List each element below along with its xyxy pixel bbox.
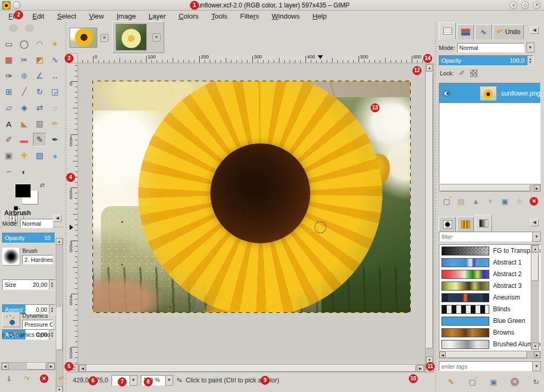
dock-collapse-button[interactable]: ◀ <box>530 27 539 34</box>
lock-pixels-icon[interactable]: ✐ <box>459 69 465 77</box>
delete-layer-button[interactable]: ✕ <box>528 194 541 208</box>
horizontal-ruler[interactable]: 0100200300400500600 <box>78 53 425 63</box>
scroll-right-icon[interactable]: ▶ <box>417 365 424 372</box>
gradient-row[interactable]: FG to Transparent <box>439 245 540 257</box>
tool-perspective-clone[interactable]: ▧ <box>33 149 47 163</box>
close-icon[interactable]: ✕ <box>100 34 108 42</box>
delete-gradient-button[interactable]: ✕ <box>508 375 522 389</box>
tool-align[interactable]: ⊞ <box>2 85 16 99</box>
scroll-down-icon[interactable]: ▼ <box>56 386 63 392</box>
tool-ink[interactable]: ✒ <box>48 133 62 147</box>
tool-options-hscrollbar[interactable]: ◀ ▶ <box>1 362 55 370</box>
scroll-right-icon[interactable]: ▶ <box>534 185 540 191</box>
scroll-down-icon[interactable]: ▼ <box>532 343 539 350</box>
gradient-row[interactable]: Abstract 1 <box>439 257 540 268</box>
tool-rotate[interactable]: ↻ <box>33 85 47 99</box>
tool-fuzzy-select[interactable]: ✶ <box>48 37 62 51</box>
dynamics-icon[interactable] <box>2 312 20 327</box>
canvas-image[interactable] <box>93 81 410 312</box>
opacity-spin-arrows[interactable]: ▲▼ <box>527 56 533 65</box>
layers-hscrollbar[interactable]: ▶ <box>439 184 541 192</box>
scrollbar-thumb[interactable] <box>27 363 46 370</box>
visibility-eye-icon[interactable] <box>444 91 450 96</box>
anchor-layer-button[interactable]: Ψ <box>513 194 526 208</box>
tool-clone[interactable]: ▣ <box>2 149 16 163</box>
dynamics-select[interactable]: Pressure O <box>22 320 53 329</box>
lower-layer-button[interactable]: ▼ <box>483 194 497 208</box>
scroll-right-icon[interactable]: ▶ <box>48 363 55 370</box>
tool-crop[interactable]: ╱ <box>18 85 31 99</box>
opacity-slider[interactable]: Opacity 10 <box>2 233 55 243</box>
tool-scale[interactable]: ◲ <box>48 85 62 99</box>
tool-options-vscrollbar[interactable]: ▲ ▼ <box>56 238 63 392</box>
gradient-row[interactable]: Brushed Aluminium <box>439 338 540 350</box>
tab-patterns[interactable] <box>457 217 474 232</box>
tool-measure[interactable]: ∠ <box>33 69 47 83</box>
tool-gradient[interactable]: ▥ <box>33 117 47 131</box>
tab-brushes[interactable] <box>439 217 456 232</box>
gradient-row[interactable]: Blinds <box>439 303 540 315</box>
canvas-hscrollbar[interactable]: ◀ ▶ <box>78 364 425 372</box>
tab-layers[interactable] <box>439 22 456 39</box>
tab-channels[interactable] <box>457 24 474 39</box>
image-tab-daisy[interactable]: ✕ <box>112 21 164 53</box>
new-layer-button[interactable]: ▢✶ <box>440 194 453 208</box>
tags-dropdown-icon[interactable]: ▼ <box>532 361 541 371</box>
swap-colors-icon[interactable]: ⇄ <box>40 182 45 189</box>
tab-paths[interactable]: ∿ <box>475 24 492 39</box>
scrollbar-thumb[interactable] <box>440 185 530 191</box>
tool-rectangle-select[interactable]: ▭ <box>2 37 16 51</box>
menu-item[interactable]: Colors <box>173 12 204 21</box>
close-icon[interactable]: ✕ <box>152 33 160 41</box>
menu-item[interactable]: Help <box>307 12 332 21</box>
paint-mode-select[interactable]: Normal <box>20 219 53 228</box>
menu-item[interactable]: Filters <box>235 12 264 21</box>
tool-smudge[interactable]: ∽ <box>2 165 16 178</box>
tool-color-picker[interactable]: ✑ <box>2 69 16 83</box>
canvas-vscrollbar[interactable]: ▲ ▼ <box>425 63 434 364</box>
layer-mode-select[interactable]: Normal <box>457 43 524 53</box>
gradient-row[interactable]: Abstract 3 <box>439 280 540 292</box>
layer-mode-dropdown-icon[interactable]: ▼ <box>526 42 534 53</box>
scroll-left-icon[interactable]: ◀ <box>439 352 446 358</box>
duplicate-layer-button[interactable]: ▣ <box>498 194 512 208</box>
scroll-up-icon[interactable]: ▲ <box>56 238 63 245</box>
restore-preset-button[interactable]: ↷ <box>20 372 33 386</box>
tool-select-by-color[interactable]: ▦ <box>2 53 16 67</box>
brush-select[interactable]: 2. Hardnes <box>22 255 53 265</box>
gradient-row[interactable]: Blue Green <box>439 315 540 327</box>
tool-shear[interactable]: ▱ <box>2 101 16 115</box>
tab-undo[interactable]: ↶Undo <box>493 24 524 39</box>
filter-input[interactable] <box>439 232 532 242</box>
tool-bucket-fill[interactable]: ◣ <box>18 117 31 131</box>
filter-dropdown-icon[interactable]: ▼ <box>532 232 541 242</box>
scroll-right-icon[interactable]: ▶ <box>534 352 540 358</box>
scrollbar-thumb[interactable] <box>532 253 539 281</box>
zoom-dropdown-icon[interactable]: ▼ <box>165 375 173 386</box>
tool-eraser[interactable]: ▬ <box>18 133 31 147</box>
vertical-ruler[interactable]: 0100200300400500 <box>67 63 78 364</box>
unit-dropdown-icon[interactable]: ▼ <box>130 375 138 386</box>
gradient-row[interactable]: Browns <box>439 327 540 338</box>
size-spinner[interactable]: Size 20,00 ▲▼ <box>2 279 55 290</box>
tool-zoom[interactable]: ⊕ <box>18 69 31 83</box>
tool-airbrush[interactable]: ✎ <box>33 133 47 147</box>
gradients-vscrollbar[interactable]: ▲ ▼ <box>531 245 539 350</box>
gradients-hscrollbar[interactable]: ◀ ▶ <box>439 351 541 359</box>
tool-ellipse-select[interactable]: ◯ <box>18 37 31 51</box>
duplicate-gradient-button[interactable]: ▣ <box>487 375 500 389</box>
scrollbar-thumb[interactable] <box>87 365 416 372</box>
dynamics-options-expander[interactable]: ▷ Dynamics Optio <box>2 331 50 338</box>
scroll-left-icon[interactable]: ◀ <box>79 365 86 372</box>
scroll-up-icon[interactable]: ▲ <box>426 64 433 71</box>
minimize-button[interactable]: ∨ <box>509 1 517 9</box>
tool-foreground-select[interactable]: ◩ <box>33 53 47 67</box>
gradient-row[interactable]: Abstract 2 <box>439 268 540 280</box>
delete-preset-button[interactable]: ✕ <box>37 372 51 386</box>
tool-perspective[interactable]: ◈ <box>18 101 31 115</box>
dock-collapse-button[interactable]: ◀ <box>530 219 539 226</box>
menu-item[interactable]: View <box>84 12 109 21</box>
tool-scissors-select[interactable]: ✂ <box>18 53 31 67</box>
menu-item[interactable]: Edit <box>27 12 49 21</box>
lock-alpha-icon[interactable] <box>470 70 478 77</box>
